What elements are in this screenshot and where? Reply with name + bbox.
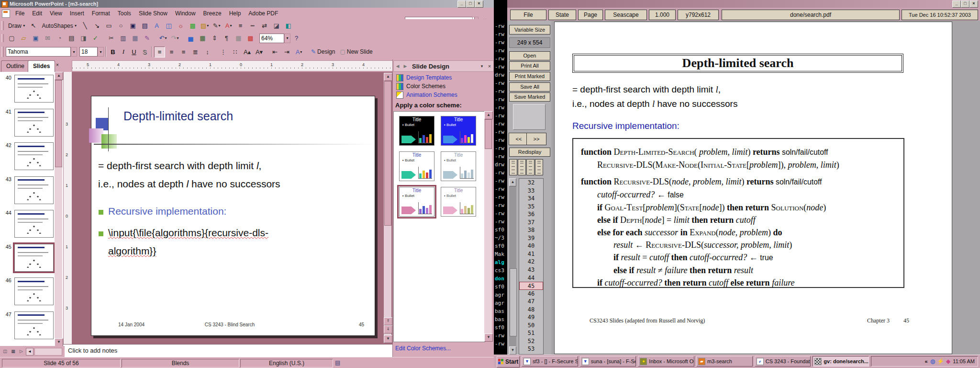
picture-icon[interactable]: ▩	[187, 20, 198, 31]
menu-breeze[interactable]: Breeze	[200, 9, 225, 18]
minimize-button[interactable]: _	[457, 0, 466, 8]
format-painter-icon[interactable]: ✎	[142, 33, 153, 44]
line-style-icon[interactable]: ≡	[235, 20, 246, 31]
close-button[interactable]: ×	[969, 0, 978, 8]
task-pane-scrollbar[interactable]: ▲ ▼	[484, 111, 492, 341]
scroll-up-icon[interactable]: ▲	[55, 72, 63, 80]
start-button[interactable]: Start	[497, 356, 520, 368]
paste-icon[interactable]: ▦	[130, 33, 141, 44]
menu-format[interactable]: Format	[88, 9, 114, 18]
menu-file[interactable]: File	[11, 9, 28, 18]
slide-area-scrollbar[interactable]: ▲ ⇑ ⇓ ▼	[384, 73, 391, 343]
scroll-down-icon[interactable]: ▼	[384, 335, 392, 343]
back-icon[interactable]: ◀	[394, 62, 401, 70]
print-all-button[interactable]: Print All	[509, 61, 550, 70]
wordart-icon[interactable]: A	[151, 20, 162, 31]
slide-thumbnail-45[interactable]	[14, 244, 54, 272]
help-icon[interactable]: ?	[291, 33, 302, 44]
diagram-icon[interactable]: ◫	[163, 20, 174, 31]
mark-pages-button[interactable]	[509, 159, 517, 175]
scroll-up-icon[interactable]: ▲	[384, 73, 392, 81]
taskbar-item[interactable]: gv: done/search...	[813, 356, 869, 367]
color-swatch-icon[interactable]: ▩	[245, 33, 256, 44]
next-page-button[interactable]: >>	[526, 133, 546, 145]
page-number-36[interactable]: 36	[519, 210, 543, 218]
spellcheck-book-icon[interactable]: ▤	[335, 359, 340, 366]
line-icon[interactable]: ╲	[79, 20, 90, 31]
spelling-icon[interactable]: ✓	[90, 33, 101, 44]
underline-button[interactable]: U	[129, 46, 139, 57]
page-number-53[interactable]: 53	[519, 345, 543, 353]
bold-button[interactable]: B	[108, 46, 118, 57]
print-marked-button[interactable]: Print Marked	[509, 72, 550, 81]
gv-scale-button[interactable]: 1.000	[649, 10, 676, 20]
scroll-up-icon[interactable]: ▲	[484, 111, 493, 119]
previous-page-button[interactable]: <<	[509, 133, 529, 145]
save-icon[interactable]: ▣	[30, 33, 41, 44]
page-number-34[interactable]: 34	[519, 195, 543, 203]
scheme-white-teal[interactable]: Title▪ Bullet	[399, 151, 434, 181]
page-number-45[interactable]: 45	[519, 282, 543, 290]
line-spacing-icon[interactable]: ≣	[190, 46, 201, 58]
gv-titlebar[interactable]: gv: done/search.pdf _ □ ×	[507, 0, 980, 8]
align-center-icon[interactable]: ≡	[166, 46, 177, 58]
page-number-44[interactable]: 44	[519, 274, 543, 282]
decrease-indent-icon[interactable]: ⇤	[269, 46, 280, 58]
thumbnail-scrollbar[interactable]: ▲ ▼	[55, 72, 62, 346]
shrink-font-icon[interactable]: A▾	[254, 46, 265, 58]
menu-window[interactable]: Window	[171, 9, 200, 18]
new-slide-button[interactable]: ▢ New Slide	[337, 46, 375, 57]
draw-menu-button[interactable]: Draw ▾	[6, 21, 27, 31]
slide-body-line1[interactable]: = depth-first search with depth limit l,	[98, 160, 261, 172]
numbering-icon[interactable]: ⋮	[218, 46, 229, 58]
chart-icon[interactable]: ▅	[185, 33, 196, 44]
close-pane-icon[interactable]: ×	[54, 61, 61, 69]
page-number-50[interactable]: 50	[519, 322, 543, 330]
print-icon[interactable]: ▤	[66, 33, 77, 44]
search-icon[interactable]: ◔	[54, 33, 65, 44]
copy-icon[interactable]: ▥	[118, 33, 129, 44]
menu-help[interactable]: Help	[225, 9, 245, 18]
italic-button[interactable]: I	[118, 46, 129, 57]
mail-icon[interactable]: ✉	[42, 33, 53, 44]
grid-icon[interactable]: ▦	[233, 33, 244, 44]
slide-bullet2-line1[interactable]: \input{\file{algorithms}{recursive-dls-	[108, 227, 268, 239]
print-preview-icon[interactable]: ◨	[78, 33, 89, 44]
page-number-47[interactable]: 47	[519, 298, 543, 306]
animation-schemes-link[interactable]: Animation Schemes	[396, 91, 457, 99]
design-button[interactable]: ✎ Design	[309, 46, 337, 57]
font-name-dropdown-icon[interactable]: ▾	[71, 47, 77, 57]
toolbar-grip[interactable]	[1, 34, 4, 43]
font-color-icon[interactable]: A▾	[293, 46, 304, 58]
open-icon[interactable]: ▱	[18, 33, 29, 44]
slide-sorter-view-icon[interactable]: ▦	[10, 348, 17, 355]
clip-art-icon[interactable]: ☼	[175, 20, 186, 31]
text-direction-icon[interactable]: ↕	[202, 46, 213, 58]
design-templates-link[interactable]: Design Templates	[396, 74, 452, 81]
scrollbar-thumb[interactable]	[384, 81, 391, 226]
page-number-51[interactable]: 51	[519, 329, 543, 337]
show-formatting-icon[interactable]: ¶	[221, 33, 232, 44]
menu-insert[interactable]: Insert	[66, 9, 88, 18]
scheme-mauve[interactable]: Title▪ Bullet	[399, 187, 434, 217]
messenger-icon[interactable]: ◆	[946, 358, 950, 365]
scroll-down-icon[interactable]: ▼	[55, 338, 63, 346]
font-size-select[interactable]: 18	[79, 47, 98, 57]
mark-odd-button[interactable]	[526, 159, 535, 175]
open-button[interactable]: Open	[509, 51, 550, 60]
fill-color-icon[interactable]: ▨▾	[199, 20, 210, 31]
page-number-33[interactable]: 33	[519, 187, 543, 195]
task-pane-close-icon[interactable]: ×	[486, 62, 493, 70]
toolbar-grip[interactable]	[1, 21, 4, 30]
menu-view[interactable]: View	[46, 9, 66, 18]
page-number-40[interactable]: 40	[519, 242, 543, 250]
save-all-button[interactable]: Save All	[509, 82, 550, 92]
task-pane-dropdown-icon[interactable]: ▾	[478, 62, 486, 70]
tray-chevron-icon[interactable]: «	[925, 358, 928, 364]
page-number-48[interactable]: 48	[519, 306, 543, 314]
toolbar-grip[interactable]	[1, 46, 4, 57]
page-number-49[interactable]: 49	[519, 313, 543, 322]
unmark-button[interactable]	[535, 159, 543, 175]
taskbar-item[interactable]: ▰m3-search	[696, 356, 753, 367]
scrollbar-thumb[interactable]	[55, 80, 62, 167]
